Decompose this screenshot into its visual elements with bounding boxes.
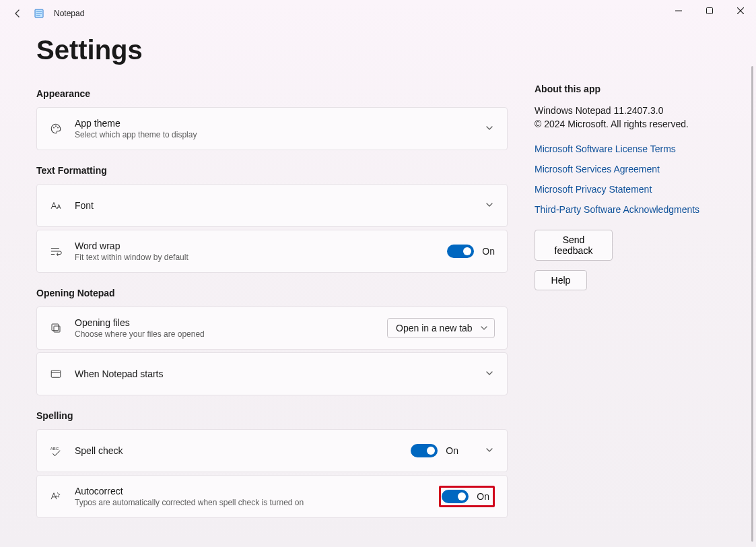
svg-rect-5	[707, 8, 713, 14]
title-bar: Notepad	[0, 0, 756, 27]
autocorrect-icon	[49, 490, 63, 503]
section-label-spelling: Spelling	[36, 410, 508, 421]
autocorrect-toggle[interactable]	[442, 490, 469, 503]
link-license[interactable]: Microsoft Software License Terms	[535, 143, 722, 154]
svg-rect-11	[51, 371, 61, 378]
font-row[interactable]: Font	[36, 184, 508, 227]
spell-check-title: Spell check	[75, 445, 411, 456]
chevron-down-icon	[485, 446, 495, 455]
send-feedback-button[interactable]: Send feedback	[535, 230, 613, 261]
autocorrect-highlight: On	[439, 486, 495, 507]
about-version: Windows Notepad 11.2407.3.0	[535, 104, 722, 117]
about-side-column: About this app Windows Notepad 11.2407.3…	[535, 35, 722, 547]
word-wrap-state: On	[482, 246, 495, 257]
chevron-down-icon	[485, 369, 495, 379]
open-files-icon	[49, 321, 63, 335]
font-icon	[49, 199, 63, 212]
autocorrect-title: Autocorrect	[75, 486, 439, 496]
spell-check-icon: ABC	[49, 444, 63, 457]
back-button[interactable]	[8, 4, 27, 23]
svg-rect-10	[54, 326, 60, 332]
svg-point-8	[57, 127, 59, 129]
opening-files-title: Opening files	[75, 317, 387, 328]
link-services[interactable]: Microsoft Services Agreement	[535, 164, 722, 174]
window-icon	[49, 367, 63, 381]
autocorrect-desc: Typos are automatically corrected when s…	[75, 498, 439, 507]
svg-rect-9	[52, 324, 59, 331]
word-wrap-row: Word wrap Fit text within window by defa…	[36, 230, 508, 273]
minimize-icon	[675, 7, 682, 14]
window-controls	[663, 0, 756, 22]
spell-check-toggle[interactable]	[411, 444, 438, 457]
opening-files-desc: Choose where your files are opened	[75, 329, 387, 339]
word-wrap-icon	[49, 245, 63, 258]
app-theme-title: App theme	[75, 118, 477, 129]
back-arrow-icon	[13, 9, 22, 18]
window-title: Notepad	[54, 9, 84, 18]
palette-icon	[49, 122, 63, 135]
when-starts-title: When Notepad starts	[75, 368, 477, 379]
chevron-down-icon	[481, 325, 487, 331]
maximize-button[interactable]	[694, 0, 725, 22]
about-heading: About this app	[535, 84, 722, 94]
chevron-down-icon	[485, 124, 495, 133]
section-label-text: Text Formatting	[36, 165, 508, 176]
spell-check-state: On	[446, 445, 458, 456]
link-privacy[interactable]: Microsoft Privacy Statement	[535, 184, 722, 195]
autocorrect-row: Autocorrect Typos are automatically corr…	[36, 475, 508, 518]
autocorrect-state: On	[477, 491, 489, 502]
opening-files-row: Opening files Choose where your files ar…	[36, 307, 508, 350]
when-starts-row[interactable]: When Notepad starts	[36, 352, 508, 395]
close-button[interactable]	[725, 0, 756, 22]
svg-text:ABC: ABC	[50, 447, 59, 451]
vertical-scrollbar[interactable]	[751, 66, 753, 542]
word-wrap-title: Word wrap	[75, 240, 447, 251]
word-wrap-desc: Fit text within window by default	[75, 253, 447, 262]
link-thirdparty[interactable]: Third-Party Software Acknowledgments	[535, 204, 722, 215]
close-icon	[737, 7, 744, 14]
help-button[interactable]: Help	[535, 270, 587, 290]
maximize-icon	[706, 7, 713, 14]
about-meta: Windows Notepad 11.2407.3.0 © 2024 Micro…	[535, 104, 722, 131]
word-wrap-toggle[interactable]	[447, 245, 474, 258]
minimize-button[interactable]	[663, 0, 694, 22]
settings-main-column: Settings Appearance App theme Select whi…	[36, 35, 535, 547]
page-title: Settings	[36, 35, 508, 65]
app-theme-desc: Select which app theme to display	[75, 130, 477, 139]
svg-point-6	[53, 127, 55, 129]
spell-check-row[interactable]: ABC Spell check On	[36, 429, 508, 472]
about-copyright: © 2024 Microsoft. All rights reserved.	[535, 117, 722, 131]
section-label-opening: Opening Notepad	[36, 288, 508, 298]
svg-point-7	[55, 125, 57, 127]
chevron-down-icon	[485, 201, 495, 210]
app-theme-row[interactable]: App theme Select which app theme to disp…	[36, 107, 508, 150]
section-label-appearance: Appearance	[36, 88, 508, 99]
opening-files-selected: Open in a new tab	[396, 323, 473, 333]
opening-files-dropdown[interactable]: Open in a new tab	[387, 318, 495, 338]
notepad-app-icon	[34, 8, 44, 19]
font-title: Font	[75, 200, 477, 211]
